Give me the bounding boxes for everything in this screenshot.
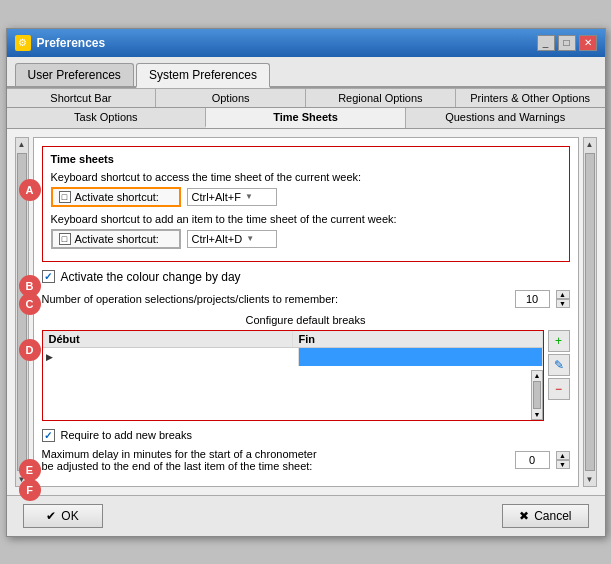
tab-user-preferences[interactable]: User Preferences [15, 63, 134, 86]
delay-spinner: ▲ ▼ [556, 451, 570, 469]
delay-row: Maximum delay in minutes for the start o… [42, 448, 570, 472]
break-col-debut: Début [43, 331, 293, 347]
breaks-scroll-up[interactable]: ▲ [532, 371, 542, 380]
break-fin-cell[interactable] [299, 348, 543, 366]
sub-tabs-row1: Shortcut Bar Options Regional Options Pr… [7, 88, 605, 108]
title-bar-left: ⚙ Preferences [15, 35, 106, 51]
tab-shortcut-bar[interactable]: Shortcut Bar [7, 89, 156, 107]
right-scroll-thumb[interactable] [585, 153, 595, 471]
shortcut1-value: Ctrl+Alt+F [192, 191, 242, 203]
title-bar: ⚙ Preferences _ □ ✕ [7, 29, 605, 57]
breaks-scroll-thumb[interactable] [533, 381, 541, 409]
op-count-spin-down[interactable]: ▼ [556, 299, 570, 308]
preferences-window: ⚙ Preferences _ □ ✕ User Preferences Sys… [6, 28, 606, 537]
delay-label-line2: be adjusted to the end of the last item … [42, 460, 509, 472]
shortcut2-label: Activate shortcut: [75, 233, 159, 245]
app-icon: ⚙ [15, 35, 31, 51]
ok-icon: ✔ [46, 509, 56, 523]
colour-change-row: Activate the colour change by day [42, 270, 570, 284]
right-scroll-up[interactable]: ▲ [584, 138, 596, 151]
shortcut2-row: □ Activate shortcut: Ctrl+Alt+D ▼ [51, 229, 561, 249]
tab-task-options[interactable]: Task Options [7, 108, 206, 128]
section-title: Time sheets [51, 153, 561, 165]
require-breaks-checkbox[interactable] [42, 429, 55, 442]
delete-break-button[interactable]: − [548, 378, 570, 400]
sub-tabs-row2: Task Options Time Sheets Questions and W… [7, 108, 605, 129]
op-count-row: Number of operation selections/projects/… [42, 290, 570, 308]
shortcut1-dropdown-arrow: ▼ [245, 192, 253, 201]
break-col-fin: Fin [293, 331, 543, 347]
row-arrow: ▶ [43, 350, 56, 364]
edit-break-button[interactable]: ✎ [548, 354, 570, 376]
maximize-button[interactable]: □ [558, 35, 576, 51]
cancel-icon: ✖ [519, 509, 529, 523]
activate-shortcut2-button[interactable]: □ Activate shortcut: [51, 229, 181, 249]
break-debut-cell[interactable] [56, 348, 300, 366]
cancel-label: Cancel [534, 509, 571, 523]
time-sheets-group: Time sheets Keyboard shortcut to access … [42, 146, 570, 262]
scroll-up-arrow[interactable]: ▲ [16, 138, 28, 151]
right-scrollbar[interactable]: ▲ ▼ [583, 137, 597, 487]
shortcut2-desc: Keyboard shortcut to add an item to the … [51, 213, 561, 225]
ok-button[interactable]: ✔ OK [23, 504, 103, 528]
break-row-1[interactable]: ▶ [43, 348, 543, 366]
delay-spin-down[interactable]: ▼ [556, 460, 570, 469]
colour-change-checkbox[interactable] [42, 270, 55, 283]
shortcut1-desc: Keyboard shortcut to access the time she… [51, 171, 561, 183]
breaks-scroll-down[interactable]: ▼ [532, 410, 542, 419]
right-scroll-down[interactable]: ▼ [584, 473, 596, 486]
shortcut2-select[interactable]: Ctrl+Alt+D ▼ [187, 230, 277, 248]
shortcut1-checkbox[interactable]: □ [59, 191, 71, 203]
shortcut1-select[interactable]: Ctrl+Alt+F ▼ [187, 188, 277, 206]
main-panel: Time sheets Keyboard shortcut to access … [33, 137, 579, 487]
tab-time-sheets[interactable]: Time Sheets [205, 108, 405, 128]
window-title: Preferences [37, 36, 106, 50]
bottom-bar: ✔ OK ✖ Cancel [7, 495, 605, 536]
breaks-table: Début Fin ▶ ▲ ▼ [42, 330, 544, 421]
breaks-scrollbar[interactable]: ▲ ▼ [531, 370, 543, 420]
op-count-spin-up[interactable]: ▲ [556, 290, 570, 299]
main-tabs: User Preferences System Preferences [7, 57, 605, 88]
op-count-input[interactable] [515, 290, 550, 308]
title-buttons: _ □ ✕ [537, 35, 597, 51]
cancel-button[interactable]: ✖ Cancel [502, 504, 588, 528]
ok-label: OK [61, 509, 78, 523]
add-break-button[interactable]: + [548, 330, 570, 352]
shortcut2-dropdown-arrow: ▼ [246, 234, 254, 243]
delay-label-line1: Maximum delay in minutes for the start o… [42, 448, 509, 460]
require-breaks-label: Require to add new breaks [61, 429, 192, 441]
breaks-area: Début Fin ▶ ▲ ▼ [42, 330, 570, 421]
shortcut1-row: □ Activate shortcut: Ctrl+Alt+F ▼ [51, 187, 561, 207]
op-count-spinner: ▲ ▼ [556, 290, 570, 308]
op-count-label: Number of operation selections/projects/… [42, 293, 509, 305]
activate-shortcut1-button[interactable]: □ Activate shortcut: [51, 187, 181, 207]
breaks-title: Configure default breaks [42, 314, 570, 326]
minimize-button[interactable]: _ [537, 35, 555, 51]
shortcut2-value: Ctrl+Alt+D [192, 233, 243, 245]
tab-regional-options[interactable]: Regional Options [305, 89, 455, 107]
breaks-inner-scroll: ▲ ▼ [43, 370, 543, 420]
tab-printers-other[interactable]: Printers & Other Options [455, 89, 605, 107]
colour-change-label: Activate the colour change by day [61, 270, 241, 284]
breaks-side-buttons: + ✎ − [548, 330, 570, 421]
delay-spin-up[interactable]: ▲ [556, 451, 570, 460]
close-button[interactable]: ✕ [579, 35, 597, 51]
tab-system-preferences[interactable]: System Preferences [136, 63, 270, 88]
shortcut1-label: Activate shortcut: [75, 191, 159, 203]
breaks-header: Début Fin [43, 331, 543, 348]
require-breaks-row: Require to add new breaks [42, 429, 570, 442]
shortcut2-checkbox[interactable]: □ [59, 233, 71, 245]
delay-input[interactable] [515, 451, 550, 469]
tab-questions-warnings[interactable]: Questions and Warnings [405, 108, 605, 128]
content-area: A B C D E F ▲ ▼ Time sheets [7, 129, 605, 495]
tab-options[interactable]: Options [155, 89, 305, 107]
delay-label-block: Maximum delay in minutes for the start o… [42, 448, 509, 472]
